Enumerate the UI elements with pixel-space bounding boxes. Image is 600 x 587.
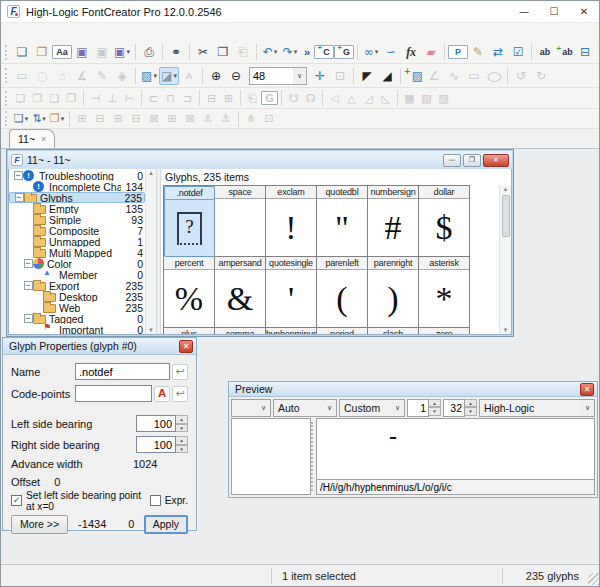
fill-tool[interactable]: ◈	[112, 67, 132, 85]
tree-item-incomplete-characters[interactable]: Incomplete Char... 134	[9, 181, 145, 192]
align-center-button[interactable]: ⊥	[104, 89, 121, 107]
glyph-cell-numbersign[interactable]: numbersign #	[368, 186, 419, 257]
draw-curve-tool[interactable]: ∿	[444, 67, 464, 85]
autonaming-button[interactable]: ab	[555, 43, 575, 61]
codepoint-tool-button[interactable]: A	[154, 386, 170, 402]
cut-button[interactable]: ✂	[193, 43, 213, 61]
preview-size-select[interactable]: Auto ∨	[273, 399, 337, 417]
align-middle-button[interactable]: ⊓	[162, 89, 179, 107]
preview-mode-select[interactable]: ∨	[231, 399, 271, 417]
redo-button[interactable]: ↷	[280, 43, 300, 61]
complete-composites-button[interactable]: ∞	[361, 43, 381, 61]
glyph-cell-notdef[interactable]: .notdef ?	[164, 186, 215, 257]
collapse-icon[interactable]	[24, 259, 33, 268]
minimize-icon[interactable]: —	[509, 1, 539, 22]
spin-down-icon[interactable]: ▾	[176, 445, 188, 454]
zoom-level-combo-input[interactable]	[250, 70, 293, 82]
save-as-button[interactable]: ▣	[112, 43, 132, 61]
zoom-level-combo[interactable]: ∨	[249, 67, 307, 85]
skew-right-button[interactable]: ◿	[360, 89, 377, 107]
tree-expander-icon[interactable]	[13, 171, 23, 180]
glyph-cell-asterisk[interactable]: asterisk *	[419, 257, 470, 328]
child-restore-icon[interactable]: ❐	[463, 154, 481, 167]
measure-tool[interactable]: ∡	[72, 67, 92, 85]
show-grid-button[interactable]: ⊞	[73, 110, 91, 128]
revert-name-button[interactable]: ↩	[172, 364, 188, 380]
tree-item-desktop[interactable]: Desktop 235	[9, 291, 145, 302]
copy-button[interactable]: ❐	[213, 43, 233, 61]
collapse-icon[interactable]	[14, 171, 23, 180]
glyph-cell-space[interactable]: space	[215, 186, 266, 257]
collapse-icon[interactable]	[15, 193, 24, 202]
undo-button[interactable]: ↶	[260, 43, 280, 61]
child-title-bar[interactable]: F 11~ - 11~ — ❐ ✕	[8, 151, 512, 169]
distribute-v-button[interactable]: ⊞	[220, 89, 237, 107]
print-button[interactable]: ⎙	[139, 43, 159, 61]
show-anchors-button[interactable]: ⚓	[199, 110, 217, 128]
scroll-up-icon[interactable]: ▴	[504, 185, 508, 193]
preview-text-input[interactable]	[317, 479, 594, 494]
glyph-cell-period[interactable]: period .	[317, 328, 368, 334]
spin-up-icon[interactable]: ▴	[429, 399, 441, 408]
revert-codepoints-button[interactable]: ↩	[172, 386, 188, 402]
glyph-name-input[interactable]	[75, 363, 170, 380]
lock-metrics-button[interactable]: ⊠	[181, 110, 199, 128]
preview-fontsize-spinner[interactable]: ▴▾	[443, 399, 477, 417]
composite-data-button[interactable]: ❏	[12, 89, 29, 107]
insert-image-button[interactable]: ▨	[404, 67, 424, 85]
show-guidelines-button[interactable]: ⊞	[109, 110, 127, 128]
intersect-contours-button[interactable]: ▨	[435, 89, 452, 107]
find-button[interactable]: ⚭	[166, 43, 186, 61]
snap-guidelines-button[interactable]: ⊟	[127, 110, 145, 128]
apply-button[interactable]: Apply	[144, 515, 188, 534]
codepoints-input[interactable]	[75, 385, 152, 402]
panel-close-icon[interactable]: ✕	[179, 340, 193, 353]
preview-range-select[interactable]: Custom ∨	[339, 399, 405, 417]
more-button[interactable]: More >>	[11, 515, 68, 534]
align-top-button[interactable]: ⊏	[145, 89, 162, 107]
composite-remove-button[interactable]: ❒	[63, 89, 80, 107]
glyph-cell-zero[interactable]: zero 0	[419, 328, 470, 334]
menu-tools[interactable]	[74, 31, 88, 33]
eraser-button[interactable]: ▰	[421, 43, 441, 61]
next-glyph-button[interactable]: ↻	[531, 67, 551, 85]
spin-down-icon[interactable]: ▾	[176, 424, 188, 433]
toolbar-overflow-chevron[interactable]: »	[300, 46, 314, 58]
previous-glyph-button[interactable]: ↺	[511, 67, 531, 85]
menu-insert[interactable]	[46, 31, 60, 33]
glyph-grid-scrollbar[interactable]: ▴ ▾	[499, 185, 511, 334]
glyph-cell-exclam[interactable]: exclam !	[266, 186, 317, 257]
kerning-button[interactable]: ❐	[48, 110, 66, 128]
skew-left-button[interactable]: ◺	[377, 89, 394, 107]
zoom-in-button[interactable]: ⊕	[206, 67, 226, 85]
font-properties-button[interactable]: P	[448, 45, 468, 59]
align-left-button[interactable]: ⊣	[87, 89, 104, 107]
glyph-cell-parenleft[interactable]: parenleft (	[317, 257, 368, 328]
close-icon[interactable]: ✕	[569, 1, 599, 22]
show-metrics-button[interactable]: ⊞	[163, 110, 181, 128]
tree-item-tagged[interactable]: Tagged 0	[9, 313, 145, 324]
tree-item-glyphs[interactable]: Glyphs 235	[9, 192, 145, 203]
menu-font[interactable]	[60, 31, 74, 33]
expr-checkbox[interactable]	[150, 495, 161, 506]
exclude-contours-button[interactable]: ▧	[418, 89, 435, 107]
combo-arrow-icon[interactable]: ∨	[293, 68, 306, 84]
preview-lines-input[interactable]	[407, 399, 429, 417]
validate-font-button[interactable]: ☑	[508, 43, 528, 61]
scrollbar-thumb[interactable]	[502, 195, 510, 237]
tree-item-web[interactable]: Web 235	[9, 302, 145, 313]
lasso-select-tool[interactable]: ◌	[32, 67, 52, 85]
glyph-cell-quotesingle[interactable]: quotesingle '	[266, 257, 317, 328]
tree-item-member[interactable]: Member 0	[9, 269, 145, 280]
rsb-input[interactable]	[136, 436, 176, 453]
composite-members-button[interactable]: ❐	[29, 89, 46, 107]
scroll-up-icon[interactable]: ▴	[149, 169, 153, 177]
save-button[interactable]: ▣	[72, 43, 92, 61]
collapse-icon[interactable]	[24, 281, 33, 290]
skew-member-button[interactable]: ☊	[302, 89, 319, 107]
maximize-icon[interactable]: ☐	[539, 1, 569, 22]
glyph-cell-percent[interactable]: percent %	[164, 257, 215, 328]
zoom-out-button[interactable]: ⊖	[226, 67, 246, 85]
point-select-button[interactable]: ◢	[377, 67, 397, 85]
tree-item-color[interactable]: Color 0	[9, 258, 145, 269]
